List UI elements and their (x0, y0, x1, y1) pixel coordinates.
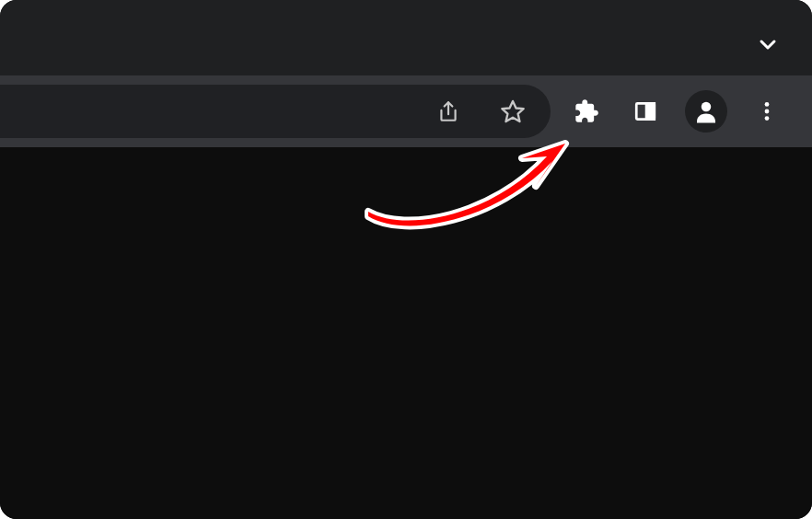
page-content (0, 147, 812, 519)
browser-window (0, 0, 812, 519)
toolbar (0, 75, 812, 147)
svg-point-5 (765, 102, 770, 107)
bookmark-star-icon (500, 98, 526, 124)
bookmark-button[interactable] (493, 92, 532, 131)
extensions-button[interactable] (567, 92, 606, 131)
side-panel-button[interactable] (626, 92, 665, 131)
profile-button[interactable] (685, 90, 727, 133)
chevron-down-icon (757, 32, 779, 56)
more-vert-icon (755, 99, 779, 123)
svg-point-7 (765, 116, 770, 121)
tab-strip (0, 0, 812, 75)
extensions-puzzle-icon (574, 98, 599, 124)
side-panel-icon (633, 99, 657, 123)
tabs-dropdown-button[interactable] (757, 33, 779, 55)
toolbar-right-icons (567, 90, 786, 133)
svg-point-4 (702, 102, 712, 112)
omnibox[interactable] (0, 85, 551, 138)
share-icon (436, 99, 460, 123)
share-button[interactable] (429, 92, 468, 131)
svg-marker-1 (502, 101, 523, 121)
profile-icon (692, 98, 720, 125)
menu-button[interactable] (748, 92, 786, 131)
svg-rect-3 (646, 103, 655, 119)
svg-point-6 (765, 110, 770, 114)
